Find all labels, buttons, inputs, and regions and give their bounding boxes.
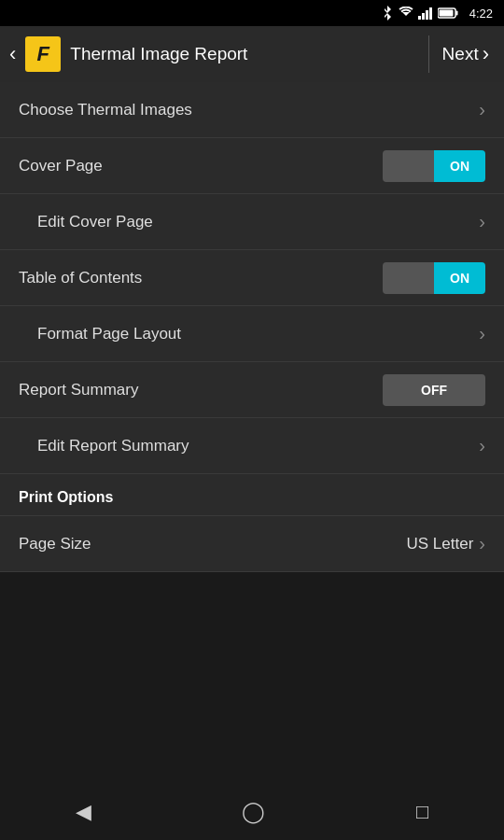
table-of-contents-label: Table of Contents bbox=[19, 269, 142, 287]
content-area: Choose Thermal Images › Cover Page ON Ed… bbox=[0, 82, 504, 572]
list-item-format-page-layout[interactable]: Format Page Layout › bbox=[0, 306, 504, 362]
page-title: Thermal Image Report bbox=[70, 44, 247, 64]
app-logo: F bbox=[25, 36, 61, 72]
list-item-cover-page[interactable]: Cover Page ON bbox=[0, 138, 504, 194]
home-nav-button[interactable]: ◯ bbox=[242, 800, 265, 824]
status-bar: 4:22 bbox=[0, 0, 504, 26]
wifi-icon bbox=[399, 7, 413, 20]
format-page-layout-label: Format Page Layout bbox=[37, 325, 181, 343]
toggle-on-part: ON bbox=[434, 262, 485, 294]
report-summary-label: Report Summary bbox=[19, 381, 138, 399]
svg-marker-0 bbox=[402, 12, 410, 16]
next-label: Next bbox=[442, 44, 479, 64]
chevron-icon: › bbox=[479, 435, 485, 456]
next-chevron-icon: › bbox=[483, 42, 489, 66]
svg-rect-4 bbox=[429, 7, 432, 20]
chevron-icon: › bbox=[479, 211, 485, 232]
chevron-icon: › bbox=[479, 533, 485, 554]
page-size-value: US Letter bbox=[407, 535, 474, 553]
svg-rect-2 bbox=[422, 13, 425, 20]
list-item-choose-thermal-images[interactable]: Choose Thermal Images › bbox=[0, 82, 504, 138]
next-button[interactable]: Next › bbox=[437, 42, 495, 66]
edit-report-summary-label: Edit Report Summary bbox=[37, 437, 189, 455]
app-header: ‹ F Thermal Image Report Next › bbox=[0, 26, 504, 82]
chevron-icon: › bbox=[479, 99, 485, 120]
print-options-label: Print Options bbox=[19, 489, 113, 505]
battery-icon bbox=[438, 7, 458, 19]
header-divider bbox=[428, 35, 429, 73]
list-item-report-summary[interactable]: Report Summary OFF bbox=[0, 362, 504, 418]
cover-page-label: Cover Page bbox=[19, 157, 103, 175]
svg-rect-3 bbox=[426, 10, 428, 20]
edit-cover-page-label: Edit Cover Page bbox=[37, 213, 153, 231]
svg-rect-7 bbox=[439, 10, 453, 17]
recents-nav-button[interactable]: □ bbox=[416, 800, 428, 824]
toggle-off-part bbox=[383, 150, 434, 182]
list-item-edit-report-summary[interactable]: Edit Report Summary › bbox=[0, 418, 504, 474]
cover-page-toggle[interactable]: ON bbox=[383, 150, 485, 182]
page-size-value-group: US Letter › bbox=[407, 533, 485, 554]
print-options-section-header: Print Options bbox=[0, 474, 504, 516]
toggle-on-part: ON bbox=[434, 150, 485, 182]
back-button[interactable]: ‹ bbox=[9, 42, 16, 66]
toggle-off-full-label: OFF bbox=[421, 383, 447, 398]
status-icons bbox=[382, 6, 458, 21]
bluetooth-icon bbox=[382, 6, 394, 21]
page-size-label: Page Size bbox=[19, 535, 91, 553]
choose-thermal-images-label: Choose Thermal Images bbox=[19, 101, 192, 119]
svg-rect-1 bbox=[418, 16, 421, 20]
report-summary-toggle[interactable]: OFF bbox=[383, 374, 485, 406]
svg-rect-6 bbox=[455, 11, 457, 16]
logo-letter: F bbox=[37, 42, 49, 66]
header-left: ‹ F Thermal Image Report bbox=[9, 36, 421, 72]
list-item-table-of-contents[interactable]: Table of Contents ON bbox=[0, 250, 504, 306]
list-item-page-size[interactable]: Page Size US Letter › bbox=[0, 516, 504, 572]
status-time: 4:22 bbox=[469, 7, 493, 21]
toggle-on-label: ON bbox=[450, 271, 469, 286]
toggle-off-part bbox=[383, 262, 434, 294]
bottom-navigation: ◀ ◯ □ bbox=[0, 784, 504, 840]
signal-icon bbox=[418, 7, 433, 20]
chevron-icon: › bbox=[479, 323, 485, 344]
back-nav-button[interactable]: ◀ bbox=[76, 800, 91, 824]
list-item-edit-cover-page[interactable]: Edit Cover Page › bbox=[0, 194, 504, 250]
toggle-on-label: ON bbox=[450, 159, 469, 174]
table-of-contents-toggle[interactable]: ON bbox=[383, 262, 485, 294]
